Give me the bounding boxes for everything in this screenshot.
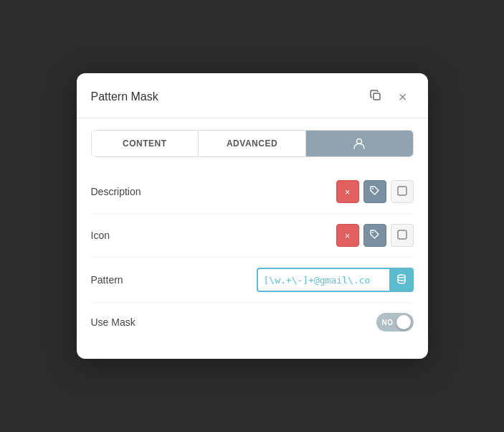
pattern-label: Pattern bbox=[91, 274, 170, 286]
tab-icon[interactable] bbox=[306, 131, 413, 156]
svg-point-4 bbox=[372, 232, 374, 233]
copy-button[interactable] bbox=[365, 86, 386, 108]
icon-checkbox-button[interactable] bbox=[391, 224, 414, 247]
copy-icon bbox=[370, 90, 381, 104]
svg-point-6 bbox=[398, 275, 405, 278]
x-icon: × bbox=[345, 187, 351, 197]
pattern-mask-dialog: Pattern Mask × CONTENT ADVANCED bbox=[77, 73, 428, 359]
tag-icon-2 bbox=[370, 230, 380, 242]
description-row: Description × bbox=[91, 170, 414, 214]
description-controls: × bbox=[336, 180, 414, 203]
checkbox-icon-2 bbox=[397, 230, 407, 242]
pattern-row: Pattern bbox=[91, 258, 414, 303]
database-icon bbox=[396, 273, 407, 287]
icon-controls: × bbox=[336, 224, 414, 247]
tag-icon bbox=[370, 186, 380, 198]
close-icon: × bbox=[399, 90, 407, 104]
tab-advanced[interactable]: ADVANCED bbox=[199, 131, 306, 156]
tab-bar: CONTENT ADVANCED bbox=[91, 130, 414, 157]
description-clear-button[interactable]: × bbox=[336, 180, 359, 203]
pattern-input[interactable] bbox=[257, 268, 389, 292]
checkbox-icon bbox=[397, 186, 407, 198]
toggle-track: NO bbox=[376, 313, 414, 332]
toggle-no-label: NO bbox=[382, 319, 409, 327]
close-button[interactable]: × bbox=[392, 86, 414, 108]
x-icon-2: × bbox=[345, 230, 351, 241]
use-mask-row: Use Mask NO bbox=[91, 303, 414, 342]
toggle-wrap: NO bbox=[376, 313, 414, 332]
tab-content[interactable]: CONTENT bbox=[92, 131, 199, 156]
header-actions: × bbox=[365, 86, 414, 108]
pattern-db-button[interactable] bbox=[389, 268, 414, 292]
pattern-field-wrap bbox=[257, 268, 414, 292]
dialog-body: Description × bbox=[77, 163, 428, 359]
svg-rect-3 bbox=[398, 187, 406, 195]
person-icon bbox=[352, 136, 366, 151]
description-label: Description bbox=[91, 186, 170, 197]
description-tag-button[interactable] bbox=[363, 180, 386, 203]
icon-label: Icon bbox=[91, 230, 170, 241]
dialog-title: Pattern Mask bbox=[91, 90, 158, 103]
description-checkbox-button[interactable] bbox=[391, 180, 414, 203]
svg-rect-0 bbox=[374, 93, 380, 100]
svg-rect-5 bbox=[398, 230, 406, 239]
svg-point-2 bbox=[372, 188, 374, 189]
use-mask-toggle[interactable]: NO bbox=[376, 313, 414, 332]
dialog-header: Pattern Mask × bbox=[77, 73, 428, 118]
icon-clear-button[interactable]: × bbox=[336, 224, 359, 247]
use-mask-label: Use Mask bbox=[91, 316, 170, 328]
icon-row: Icon × bbox=[91, 214, 414, 258]
icon-tag-button[interactable] bbox=[363, 224, 386, 247]
